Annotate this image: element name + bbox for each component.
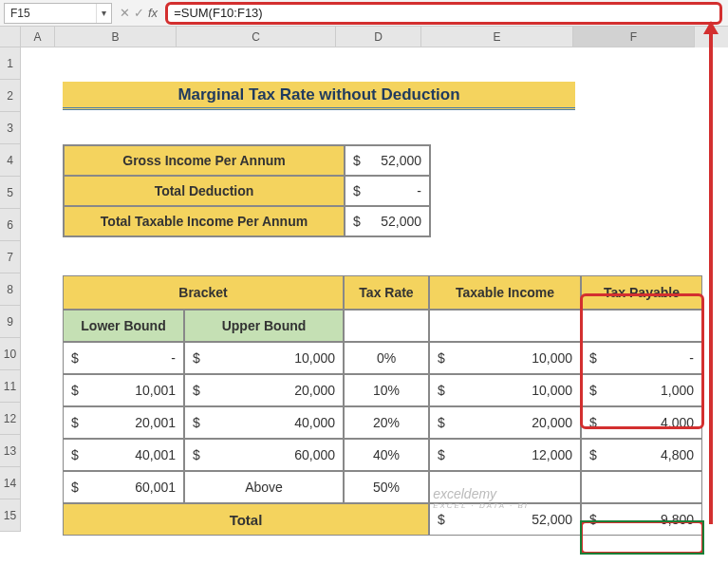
tax-rate[interactable]: 0% [344,342,429,374]
upper-bound[interactable]: $20,000 [184,374,344,406]
lower-bound[interactable]: $20,001 [63,406,184,439]
sheet-title: Marginal Tax Rate without Deduction [63,82,575,110]
total-label: Total [63,503,429,536]
upper-bound[interactable]: $40,000 [184,406,344,439]
row-header[interactable]: 9 [0,306,21,338]
row-headers: 1 2 3 4 5 6 7 8 9 10 11 12 13 14 15 [0,27,21,532]
row-header[interactable]: 15 [0,499,21,532]
upper-bound[interactable]: $10,000 [184,342,344,374]
gross-income-value[interactable]: $52,000 [345,145,430,176]
row-header[interactable]: 14 [0,467,21,499]
col-header[interactable]: B [55,27,177,47]
arrow-line [709,27,713,524]
taxable-income[interactable]: $12,000 [429,439,581,471]
row-header[interactable]: 11 [0,370,21,403]
blank-cell[interactable] [429,310,581,342]
col-header[interactable]: C [177,27,336,47]
lower-bound[interactable]: $10,001 [63,374,184,406]
tax-payable[interactable]: $1,000 [581,374,702,406]
arrow-head-icon [703,21,719,34]
header-bracket: Bracket [63,275,344,310]
table-row: $10,001 $20,000 10% $10,000 $1,000 [63,374,702,406]
tax-payable[interactable] [581,471,702,503]
tax-payable[interactable]: $- [581,342,702,374]
upper-bound[interactable]: $60,000 [184,439,344,471]
row-header[interactable]: 10 [0,338,21,370]
row-header[interactable]: 4 [0,144,21,177]
header-rate: Tax Rate [344,275,429,310]
name-box-dropdown[interactable]: ▾ [96,4,111,23]
taxable-income-value[interactable]: $52,000 [345,206,430,236]
name-box[interactable]: F15 [5,5,96,22]
header-payable: Tax Payable [581,275,702,310]
table-row: $- $10,000 0% $10,000 $- [63,342,702,374]
blank-cell[interactable] [344,310,429,342]
taxable-income[interactable]: $20,000 [429,406,581,439]
grid: 1 2 3 4 5 6 7 8 9 10 11 12 13 14 15 A B … [0,27,728,532]
table-row: $40,001 $60,000 40% $12,000 $4,800 [63,439,702,471]
col-header[interactable]: F [573,27,695,47]
taxable-income[interactable] [429,471,581,503]
gross-income-label: Gross Income Per Annum [64,145,345,176]
tax-rate[interactable]: 50% [344,471,429,503]
tax-payable[interactable]: $4,800 [581,439,702,471]
select-all-corner[interactable] [0,27,21,47]
taxable-income[interactable]: $10,000 [429,342,581,374]
lower-bound[interactable]: $- [63,342,184,374]
column-headers: A B C D E F [21,27,728,47]
col-header[interactable]: E [421,27,573,47]
bracket-table: Bracket Tax Rate Taxable Income Tax Paya… [63,275,702,536]
row-header[interactable]: 3 [0,112,21,144]
total-taxable[interactable]: $52,000 [429,503,581,536]
header-upper: Upper Bound [184,310,344,342]
row-header[interactable]: 8 [0,273,21,306]
row-header[interactable]: 13 [0,435,21,467]
tax-rate[interactable]: 10% [344,374,429,406]
cancel-icon[interactable]: ✕ [120,6,130,20]
header-lower: Lower Bound [63,310,184,342]
row-header[interactable]: 1 [0,47,21,80]
blank-cell[interactable] [581,310,702,342]
row-header[interactable]: 6 [0,209,21,241]
confirm-icon[interactable]: ✓ [134,6,144,20]
formula-bar[interactable]: =SUM(F10:F13) [174,6,263,20]
col-header[interactable]: D [336,27,421,47]
name-box-wrap[interactable]: F15 ▾ [4,3,112,24]
formula-icons: ✕ ✓ fx [120,6,158,20]
col-header[interactable]: A [21,27,55,47]
lower-bound[interactable]: $40,001 [63,439,184,471]
total-payable[interactable]: $9,800 [581,503,702,536]
row-header[interactable]: 2 [0,80,21,112]
row-header[interactable]: 12 [0,403,21,435]
deduction-value[interactable]: $- [345,176,430,206]
lower-bound[interactable]: $60,001 [63,471,184,503]
row-header[interactable]: 7 [0,241,21,273]
total-row: Total $52,000 $9,800 [63,503,702,536]
table-row: $20,001 $40,000 20% $20,000 $4,000 [63,406,702,439]
row-header[interactable]: 5 [0,177,21,209]
table-row: $60,001 Above 50% [63,471,702,503]
header-taxable: Taxable Income [429,275,581,310]
deduction-label: Total Deduction [64,176,345,206]
formula-toolbar: F15 ▾ ✕ ✓ fx =SUM(F10:F13) [0,0,728,27]
fx-icon[interactable]: fx [148,6,158,20]
formula-bar-highlight: =SUM(F10:F13) [165,2,722,25]
tax-payable[interactable]: $4,000 [581,406,702,439]
tax-rate[interactable]: 20% [344,406,429,439]
upper-bound[interactable]: Above [184,471,344,503]
summary-table: Gross Income Per Annum $52,000 Total Ded… [63,144,431,237]
tax-rate[interactable]: 40% [344,439,429,471]
taxable-income[interactable]: $10,000 [429,374,581,406]
taxable-income-label: Total Taxable Income Per Annum [64,206,345,236]
